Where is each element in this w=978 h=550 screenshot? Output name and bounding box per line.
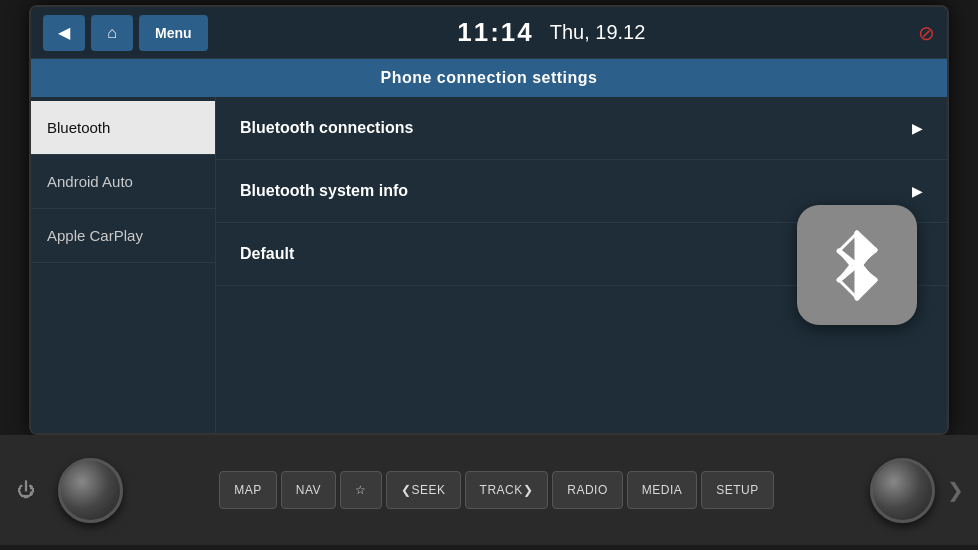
- bt-connections-arrow: ▶: [912, 120, 923, 136]
- infotainment-screen: ◀ ⌂ Menu 11:14 Thu, 19.12 ⊘ Phone connec…: [29, 5, 949, 435]
- media-button[interactable]: MEDIA: [627, 471, 698, 509]
- radio-button[interactable]: RADIO: [552, 471, 623, 509]
- right-indicator: ❯: [947, 478, 964, 502]
- main-content: Bluetooth connections ▶ Bluetooth system…: [216, 97, 947, 433]
- power-button[interactable]: ⏻: [10, 474, 42, 506]
- bt-connections-label: Bluetooth connections: [240, 119, 413, 137]
- bottom-button-row: MAP NAV ☆ ❮SEEK TRACK❯ RADIO MEDIA SETUP: [123, 471, 870, 509]
- nav-button[interactable]: NAV: [281, 471, 336, 509]
- header-clock-area: 11:14 Thu, 19.12: [208, 17, 895, 48]
- date-display: Thu, 19.12: [550, 21, 646, 44]
- seek-back-button[interactable]: ❮SEEK: [386, 471, 461, 509]
- header-nav-buttons: ◀ ⌂ Menu: [43, 15, 208, 51]
- back-button[interactable]: ◀: [43, 15, 85, 51]
- right-knob[interactable]: [870, 458, 935, 523]
- bt-system-info-arrow: ▶: [912, 183, 923, 199]
- track-fwd-button[interactable]: TRACK❯: [465, 471, 549, 509]
- left-controls: ⏻: [10, 458, 123, 523]
- sidebar-item-apple-carplay[interactable]: Apple CarPlay: [31, 209, 215, 263]
- right-controls: ❯: [870, 458, 968, 523]
- bluetooth-svg: [820, 228, 895, 303]
- menu-button[interactable]: Menu: [139, 15, 208, 51]
- setup-button[interactable]: SETUP: [701, 471, 774, 509]
- bottom-controls: ⏻ MAP NAV ☆ ❮SEEK TRACK❯ RADIO MEDIA SET…: [0, 435, 978, 545]
- content-area: Bluetooth Android Auto Apple CarPlay Blu…: [31, 97, 947, 433]
- clock-display: 11:14: [457, 17, 534, 48]
- header-bar: ◀ ⌂ Menu 11:14 Thu, 19.12 ⊘: [31, 7, 947, 59]
- default-label: Default: [240, 245, 294, 263]
- sidebar-item-android-auto[interactable]: Android Auto: [31, 155, 215, 209]
- map-button[interactable]: MAP: [219, 471, 277, 509]
- no-signal-icon: ⊘: [918, 21, 935, 45]
- home-button[interactable]: ⌂: [91, 15, 133, 51]
- bt-system-info-label: Bluetooth system info: [240, 182, 408, 200]
- page-title: Phone connection settings: [31, 59, 947, 97]
- favorite-button[interactable]: ☆: [340, 471, 382, 509]
- header-status-icons: ⊘: [895, 21, 935, 45]
- menu-item-bt-connections[interactable]: Bluetooth connections ▶: [216, 97, 947, 160]
- left-knob[interactable]: [58, 458, 123, 523]
- sidebar: Bluetooth Android Auto Apple CarPlay: [31, 97, 216, 433]
- bluetooth-icon-container: [797, 205, 917, 325]
- sidebar-item-bluetooth[interactable]: Bluetooth: [31, 101, 215, 155]
